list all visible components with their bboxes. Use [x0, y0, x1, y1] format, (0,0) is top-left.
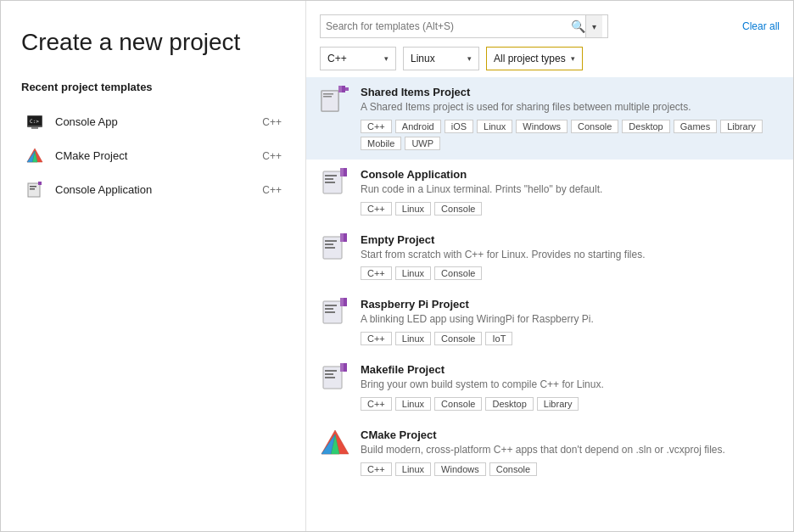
svg-rect-35	[325, 308, 333, 310]
recent-item-name: Console App	[55, 115, 262, 128]
recent-item-name: Console Application	[55, 183, 262, 196]
project-item[interactable]: Console ApplicationRun code in a Linux t…	[306, 160, 793, 225]
project-item[interactable]: Makefile ProjectBring your own build sys…	[306, 355, 793, 420]
search-dropdown-button[interactable]: ▾	[585, 15, 602, 37]
project-item[interactable]: CMake ProjectBuild modern, cross-platfor…	[306, 420, 793, 485]
project-item-tags: C++AndroidiOSLinuxWindowsConsoleDesktopG…	[361, 120, 780, 150]
project-item-content: Empty ProjectStart from scratch with C++…	[361, 233, 780, 281]
svg-rect-43	[325, 377, 335, 378]
svg-rect-3	[31, 127, 38, 129]
svg-rect-20	[325, 175, 337, 176]
project-item-tags: C++LinuxConsole	[361, 202, 780, 216]
project-item-icon	[320, 298, 350, 328]
search-icon: 🔍	[571, 20, 585, 33]
svg-rect-39	[340, 298, 344, 306]
project-tag: Linux	[477, 120, 512, 133]
project-item-desc: Start from scratch with C++ for Linux. P…	[361, 248, 780, 262]
project-tag: Linux	[395, 397, 431, 411]
svg-rect-38	[344, 298, 347, 306]
project-tag: C++	[361, 202, 392, 216]
project-list: Shared Items ProjectA Shared Items proje…	[306, 70, 793, 531]
svg-rect-24	[344, 168, 347, 176]
project-tag: Desktop	[485, 397, 533, 411]
search-input[interactable]	[326, 20, 571, 32]
svg-rect-17	[342, 86, 345, 92]
project-item-icon	[320, 363, 350, 394]
svg-rect-18	[338, 86, 342, 92]
project-item-content: Console ApplicationRun code in a Linux t…	[361, 168, 780, 216]
project-item[interactable]: Shared Items ProjectA Shared Items proje…	[306, 77, 793, 160]
project-tag: C++	[361, 332, 392, 345]
project-item-icon	[320, 168, 350, 199]
svg-rect-14	[323, 93, 333, 95]
recent-item-icon	[25, 146, 45, 166]
svg-rect-36	[325, 311, 335, 313]
project-item[interactable]: Empty ProjectStart from scratch with C++…	[306, 225, 793, 290]
svg-rect-31	[344, 233, 347, 242]
clear-all-link[interactable]: Clear all	[742, 20, 780, 32]
project-item-icon	[320, 428, 350, 459]
language-filter-dropdown[interactable]: C++ ▾	[320, 47, 396, 70]
svg-rect-15	[323, 96, 332, 98]
project-tag: Library	[537, 397, 579, 411]
platform-filter-label: Linux	[411, 53, 435, 64]
page-title: Create a new project	[21, 28, 285, 57]
svg-rect-41	[325, 370, 337, 372]
project-tag: Windows	[516, 120, 568, 133]
project-tag: Linux	[395, 266, 431, 280]
recent-item-icon: C:>	[25, 112, 45, 132]
project-tag: C++	[361, 120, 392, 133]
project-tag: Console	[489, 462, 537, 476]
type-filter-label: All project types	[494, 53, 566, 64]
svg-rect-28	[325, 244, 333, 245]
project-tag: Android	[395, 120, 441, 133]
svg-rect-25	[340, 168, 344, 176]
svg-rect-29	[325, 247, 335, 249]
platform-filter-arrow: ▾	[467, 54, 472, 63]
language-filter-label: C++	[327, 53, 347, 64]
project-item-content: Raspberry Pi ProjectA blinking LED app u…	[361, 298, 780, 345]
type-filter-dropdown[interactable]: All project types ▾	[486, 47, 583, 70]
project-item-desc: A Shared Items project is used for shari…	[361, 100, 780, 115]
project-item-tags: C++LinuxConsoleIoT	[361, 332, 780, 345]
project-item-desc: A blinking LED app using WiringPi for Ra…	[361, 312, 780, 327]
project-tag: Console	[571, 120, 618, 133]
project-tag: Linux	[395, 202, 431, 216]
recent-item[interactable]: Console ApplicationC++	[21, 173, 285, 207]
svg-rect-11	[38, 182, 42, 185]
svg-rect-42	[325, 373, 333, 375]
recent-item-lang: C++	[262, 184, 282, 196]
left-panel: Create a new project Recent project temp…	[1, 1, 306, 531]
right-panel: 🔍 ▾ Clear all C++ ▾ Linux ▾ All project …	[306, 1, 793, 531]
recent-item-lang: C++	[262, 116, 282, 128]
project-tag: Games	[674, 120, 717, 133]
project-item-name: Console Application	[361, 168, 780, 181]
project-tag: Console	[434, 332, 482, 345]
project-item-name: Makefile Project	[361, 363, 780, 376]
svg-rect-45	[344, 363, 347, 372]
recent-item[interactable]: CMake ProjectC++	[21, 139, 285, 173]
project-item-name: Shared Items Project	[361, 86, 780, 98]
language-filter-arrow: ▾	[384, 54, 389, 63]
project-item[interactable]: Raspberry Pi ProjectA blinking LED app u…	[306, 289, 793, 355]
project-tag: UWP	[405, 137, 440, 150]
svg-rect-7	[28, 183, 40, 197]
project-tag: C++	[361, 462, 392, 476]
project-item-icon	[320, 233, 350, 264]
project-tag: C++	[361, 397, 392, 411]
project-tag: Linux	[395, 462, 431, 476]
recent-item[interactable]: C:> Console AppC++	[21, 105, 285, 139]
project-tag: iOS	[445, 120, 473, 133]
project-tag: Mobile	[361, 137, 401, 150]
recent-item-name: CMake Project	[55, 149, 262, 162]
project-item-name: Raspberry Pi Project	[361, 298, 780, 311]
project-item-name: Empty Project	[361, 233, 780, 246]
project-tag: Console	[434, 397, 482, 411]
platform-filter-dropdown[interactable]: Linux ▾	[403, 47, 479, 70]
right-header: 🔍 ▾ Clear all C++ ▾ Linux ▾ All project …	[306, 1, 793, 70]
recent-list: C:> Console AppC++ CMake ProjectC++ Cons…	[21, 105, 285, 207]
project-tag: Library	[720, 120, 763, 133]
svg-rect-46	[340, 363, 344, 372]
svg-rect-32	[340, 233, 344, 242]
project-tag: IoT	[485, 332, 512, 345]
